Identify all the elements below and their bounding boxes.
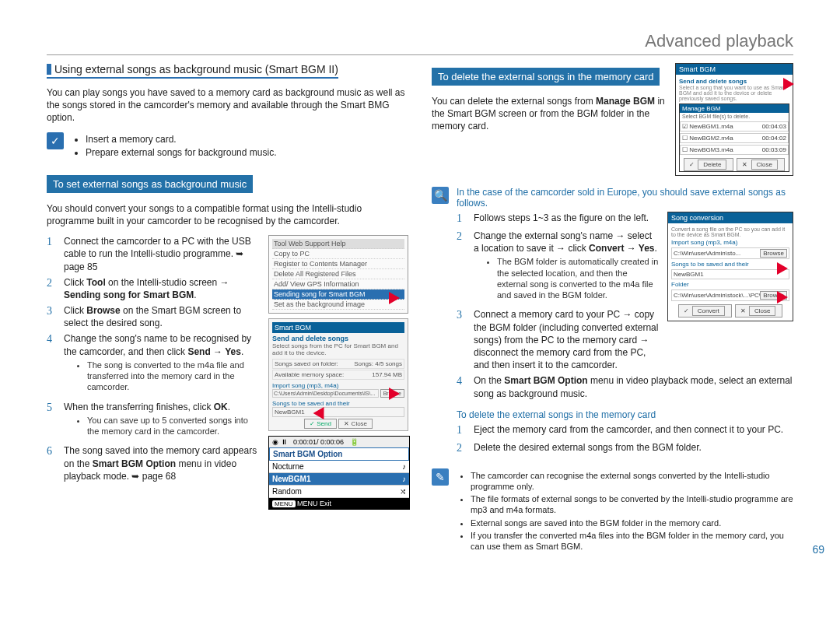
sub-heading: To delete the external songs in the memo… [432,68,660,86]
step: Click Tool on the Intelli-studio screen … [47,276,261,301]
magnify-icon: 🔍 [432,187,449,204]
tip-item: The file formats of external songs to be… [471,493,793,516]
prep-item: Prepare external songs for background mu… [86,147,276,160]
rule [47,54,793,55]
step: Click Browse on the Smart BGM screen to … [47,304,261,329]
tip-item: If you transfer the converted m4a files … [471,530,793,553]
step: Connect a memory card to your PC → copy … [457,308,660,371]
step: Delete the desired external songs from t… [457,441,793,456]
section-title: Using external songs as background music… [47,63,338,79]
manage-bgm-mock: Smart BGM Send and delete songs Select a… [675,63,793,176]
prep-item: Insert a memory card. [86,134,276,146]
step: On the Smart BGM Option menu in video pl… [457,374,793,399]
del-subhead: To delete the external songs in the memo… [457,409,793,420]
song-conversion-mock: Song conversion Convert a song file on t… [667,212,793,321]
eu-note: 🔍 In the case of the camcorder sold in E… [432,187,793,459]
cursor-icon [389,292,400,304]
step: Change the external song's name → select… [457,230,660,306]
step: Follows steps 1~3 as the figure on the l… [457,212,660,226]
step: Change the song's name to be recognised … [47,332,261,397]
step: Connect the camcorder to a PC with the U… [47,235,261,273]
step: Eject the memory card from the camcorder… [457,423,793,438]
pencil-icon: ✎ [432,468,449,486]
intro-text: You can play songs you have saved to a m… [47,86,408,125]
page-number: 69 [812,543,824,556]
tip-item: External songs are saved into the BGM fo… [471,517,793,528]
step: The song saved into the memory card appe… [47,444,261,482]
cursor-icon [777,262,788,275]
cursor-icon [783,78,794,90]
page-title: Advanced playback [47,31,793,51]
lead-text: You should convert your songs to a compa… [47,202,408,227]
prep-note: ✓ Insert a memory card. Prepare external… [47,132,408,161]
cursor-icon [389,388,400,400]
step: When the transferring finishes, click OK… [47,401,261,442]
check-icon: ✓ [47,132,64,149]
tips-note: ✎ The camcorder can recognise the extern… [432,468,793,554]
cursor-icon [777,291,788,303]
sub-heading: To set external songs as background musi… [47,175,253,193]
smart-bgm-mock: Smart BGM Send and delete songs Select s… [268,318,408,431]
tool-menu-mock: Tool Web Support Help Copy to PC Registe… [268,235,408,314]
tip-item: The camcorder can recognise the external… [471,470,793,493]
bgm-option-mock: ◉ ⏸ 0:00:01/ 0:00:06 🔋 Smart BGM Option … [268,436,410,510]
